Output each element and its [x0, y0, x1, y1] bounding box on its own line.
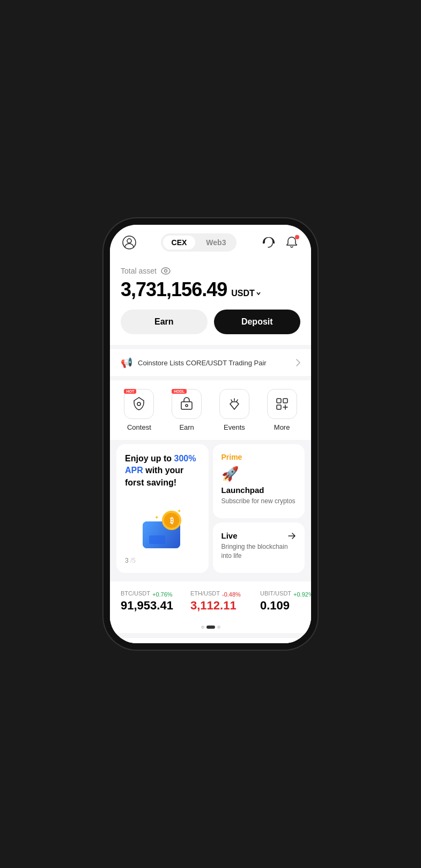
wallet-illustration: ₿ ✦ ✦ ✦ — [125, 510, 200, 553]
promo-page-indicator: 3 /5 — [125, 557, 200, 564]
events-icon-box — [219, 389, 249, 419]
launchpad-subtitle: Subscribe for new cryptos — [221, 497, 296, 506]
btc-price: 91,953.41 — [121, 599, 190, 613]
launchpad-icon: 🚀 — [221, 466, 239, 482]
announcement-banner[interactable]: 📢 Coinstore Lists CORE/USDT Trading Pair — [110, 349, 311, 376]
quick-action-more[interactable]: More — [263, 389, 301, 431]
action-buttons: Earn Deposit — [121, 310, 300, 334]
announcement-content: 📢 Coinstore Lists CORE/USDT Trading Pair — [121, 357, 267, 369]
ubit-change: +0.92% — [293, 591, 311, 598]
asset-amount: 3,731,156.49 USDT — [121, 278, 300, 301]
svg-point-2 — [161, 268, 170, 274]
announcement-text: Coinstore Lists CORE/USDT Trading Pair — [138, 359, 267, 367]
svg-rect-12 — [149, 535, 165, 544]
promo-section: Enjoy up to 300% APR with your forst sav… — [110, 440, 311, 577]
live-title: Live — [221, 531, 238, 540]
announcement-icon: 📢 — [121, 357, 132, 369]
contest-label: Contest — [127, 423, 151, 431]
bottom-nav: Home Market Spot — [110, 637, 311, 643]
events-label: Events — [224, 423, 245, 431]
mode-toggle: CEX Web3 — [161, 233, 237, 252]
quick-action-contest[interactable]: HOT Contest — [120, 389, 158, 431]
ticker-btc[interactable]: BTC/USDT +0.76% 91,953.41 — [121, 590, 190, 613]
notification-badge — [295, 235, 299, 239]
dot-1 — [201, 626, 204, 629]
hot-badge: HOT — [124, 389, 136, 394]
btc-change: +0.76% — [152, 591, 173, 598]
svg-rect-8 — [283, 399, 287, 403]
dot-2 — [206, 626, 215, 629]
eth-price: 3,112.11 — [190, 599, 260, 613]
profile-icon[interactable] — [121, 234, 138, 251]
svg-point-1 — [127, 239, 131, 243]
header-actions — [260, 234, 300, 251]
quick-actions: HOT Contest HODL — [110, 380, 311, 440]
asset-currency: USDT — [231, 289, 261, 298]
quick-action-earn[interactable]: HODL Earn — [168, 389, 205, 431]
support-icon[interactable] — [260, 234, 277, 251]
ticker-section: BTC/USDT +0.76% 91,953.41 ETH/USDT -0.48… — [110, 582, 311, 621]
svg-text:✦: ✦ — [177, 510, 181, 514]
svg-text:₿: ₿ — [169, 516, 173, 525]
notification-icon[interactable] — [283, 234, 300, 251]
earn-label: Earn — [179, 423, 194, 431]
svg-rect-7 — [277, 399, 281, 403]
promo-card-live[interactable]: Live Bringing the blockchain into life — [213, 523, 305, 573]
earn-button[interactable]: Earn — [121, 310, 208, 334]
launchpad-title: Launchpad — [221, 486, 264, 495]
asset-number: 3,731,156.49 — [121, 278, 227, 301]
ticker-pagination — [110, 621, 311, 633]
apr-text: 300% APR — [125, 454, 196, 475]
svg-rect-5 — [181, 402, 192, 409]
asset-label: Total asset — [121, 267, 300, 275]
svg-point-6 — [186, 404, 188, 407]
svg-point-4 — [137, 402, 141, 406]
header: CEX Web3 — [110, 225, 311, 258]
dot-3 — [217, 626, 220, 629]
hodl-badge: HODL — [172, 389, 187, 394]
promo-title: Enjoy up to 300% APR with your forst sav… — [125, 453, 200, 489]
promo-card-savings[interactable]: Enjoy up to 300% APR with your forst sav… — [116, 444, 209, 573]
svg-text:✦: ✦ — [165, 511, 169, 516]
ticker-ubit[interactable]: UBIT/USDT +0.92% 0.109 — [260, 590, 311, 613]
web3-tab[interactable]: Web3 — [197, 236, 234, 249]
eth-pair: ETH/USDT — [190, 590, 220, 597]
asset-section: Total asset 3,731,156.49 USDT Earn Depos… — [110, 258, 311, 345]
earn-icon-box: HODL — [172, 389, 202, 419]
eye-icon[interactable] — [161, 267, 171, 275]
deposit-button[interactable]: Deposit — [214, 310, 301, 334]
live-subtitle: Bringing the blockchain into life — [221, 542, 297, 561]
more-label: More — [274, 423, 290, 431]
quick-action-events[interactable]: Events — [216, 389, 253, 431]
eth-change: -0.48% — [222, 591, 241, 598]
promo-card-launchpad[interactable]: Prime 🚀 Launchpad Subscribe for new cryp… — [213, 444, 305, 518]
ticker-eth[interactable]: ETH/USDT -0.48% 3,112.11 — [190, 590, 260, 613]
more-icon-box — [267, 389, 297, 419]
prime-label: Prime — [221, 453, 242, 461]
arrow-right-icon — [287, 532, 296, 540]
contest-icon-box: HOT — [124, 389, 154, 419]
ubit-price: 0.109 — [260, 599, 311, 613]
cex-tab[interactable]: CEX — [163, 236, 196, 249]
ubit-pair: UBIT/USDT — [260, 590, 291, 597]
btc-pair: BTC/USDT — [121, 590, 150, 597]
svg-point-3 — [164, 270, 167, 273]
chevron-right-icon — [296, 359, 300, 366]
live-header: Live — [221, 531, 297, 540]
svg-text:✦: ✦ — [154, 514, 159, 520]
svg-rect-9 — [277, 405, 281, 409]
